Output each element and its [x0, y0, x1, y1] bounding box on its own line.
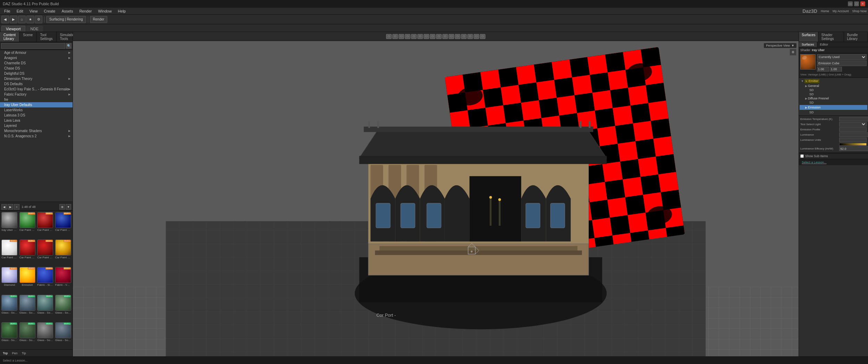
- menu-file[interactable]: File: [1, 8, 13, 14]
- toolbar-btn2[interactable]: Render: [90, 16, 108, 23]
- vp-icon-1[interactable]: □: [386, 34, 392, 39]
- search-input[interactable]: [1, 43, 65, 49]
- shader-ball-preview[interactable]: [800, 54, 816, 70]
- vp-icon-6[interactable]: □: [417, 34, 423, 39]
- iray-sd-row2[interactable]: SD: [805, 92, 866, 96]
- toolbar-back[interactable]: ◀: [1, 16, 9, 23]
- left-tab-scene[interactable]: Scene: [19, 32, 36, 42]
- thumb-glass-lightly-frosted-1[interactable]: IRAY+ Glass - Solid - Lightly Frosted -: [36, 322, 54, 349]
- right-tab-bundle-library[interactable]: Bundle Library: [844, 32, 868, 42]
- thumb-car-paint-red-small[interactable]: IRAY+ Car Paint - Red - Small Flakes: [36, 239, 54, 266]
- thumb-view-toggle[interactable]: ⊞: [59, 204, 65, 210]
- menu-window[interactable]: Window: [95, 8, 114, 14]
- tree-item-fabric[interactable]: Fabric Factory▶: [0, 92, 73, 97]
- tree-item-laserworks[interactable]: LaserWorks: [0, 107, 73, 113]
- thumb-fabric-velvet-red[interactable]: IRAY+ Fabric - Velvet - Red: [55, 266, 72, 293]
- tree-item-lava[interactable]: Lava Lava: [0, 118, 73, 123]
- tree-item-delightful[interactable]: Delightful DS: [0, 71, 73, 76]
- thumb-car-paint-pearl-white[interactable]: IRAY+ Car Paint - Pearl White: [1, 239, 18, 266]
- vp-icon-13[interactable]: □: [461, 34, 467, 39]
- vp-icon-15[interactable]: □: [474, 34, 479, 39]
- menu-render[interactable]: Render: [76, 8, 94, 14]
- my-account-link[interactable]: My Account: [833, 9, 849, 13]
- home-link[interactable]: Home: [821, 9, 829, 13]
- left-tab-tool-settings[interactable]: Tool Settings: [36, 32, 56, 42]
- viewport-settings-btn[interactable]: ⚙: [790, 49, 796, 56]
- thumb-btn-forward[interactable]: ▶: [8, 204, 13, 210]
- right-subtab-editor[interactable]: Editor: [817, 42, 831, 47]
- tree-item-anagoni[interactable]: Anagoni▶: [0, 55, 73, 60]
- thumb-glass-frosted-green[interactable]: IRAY+ Glass - Solid - Clear Frosted - Li…: [55, 294, 72, 321]
- iray-emitter-row[interactable]: ▼ v. Emitter: [800, 79, 867, 83]
- right-tab-surfaces[interactable]: Surfaces: [799, 32, 818, 42]
- toolbar-home[interactable]: ⌂: [18, 16, 26, 23]
- test-select-dropdown[interactable]: [839, 122, 867, 127]
- right-subtab-surfaces[interactable]: Surfaces: [799, 42, 817, 47]
- tab-viewport[interactable]: Viewport: [1, 26, 25, 32]
- left-tab-content-library[interactable]: Content Library: [0, 32, 19, 42]
- iray-sd-row4[interactable]: SD: [809, 110, 866, 114]
- thumb-diamond[interactable]: IRAY+ Diamond: [1, 266, 18, 293]
- tree-item-age-of-armour[interactable]: Age of Armour▶: [0, 50, 73, 55]
- tree-item-ecl3cto[interactable]: Ecl3ctO Iray Pale S... - Genesis 8 Femal…: [0, 87, 73, 92]
- thumb-glass-frosted-color[interactable]: IRAY+ Glass - Solid - Clear Frosted - Co…: [36, 294, 54, 321]
- tree-item-layered[interactable]: Layered: [0, 123, 73, 128]
- iray-sd-row3[interactable]: SD: [805, 100, 866, 105]
- emission-profile-field[interactable]: [839, 127, 867, 132]
- thumb-fabric-silk-blue[interactable]: IRAY+ Fabric - Silk - Blue: [36, 266, 54, 293]
- luminance-efficacy-input[interactable]: [839, 146, 868, 151]
- bottom-tab-pen[interactable]: Pen: [11, 351, 19, 355]
- tree-item-mono-shaders[interactable]: Monochromatic Shaders▶: [0, 128, 73, 134]
- tab-nde[interactable]: NDE: [26, 26, 43, 32]
- vp-icon-4[interactable]: □: [405, 34, 410, 39]
- vp-icon-2[interactable]: □: [392, 34, 398, 39]
- tree-item-charmelle[interactable]: Charmelle DS: [0, 60, 73, 66]
- vp-icon-8[interactable]: □: [430, 34, 435, 39]
- thumb-glass-lightly-frosted-2[interactable]: IRAY+ Glass - Solid - Lightly Frosted -: [55, 322, 72, 349]
- viewport-canvas[interactable]: ⊕ Cor Port - Perspective View ▼ ⚙: [73, 41, 799, 356]
- iray-sd-row1[interactable]: SD: [805, 88, 866, 92]
- thumb-glass-light-green-dive[interactable]: IRAY+ Glass - Solid - Light green - Dive: [1, 322, 18, 349]
- maximize-button[interactable]: □: [854, 1, 859, 6]
- thumb-btn-add[interactable]: +: [14, 204, 19, 210]
- shader-val-2[interactable]: [830, 67, 842, 72]
- toolbar-star[interactable]: ★: [26, 16, 34, 23]
- tree-item-nos[interactable]: N.O.S. Anagenos:s 2▶: [0, 134, 73, 139]
- close-button[interactable]: ✕: [860, 1, 865, 6]
- vp-icon-3[interactable]: □: [399, 34, 404, 39]
- iray-diffuse-fresnel[interactable]: ▶ Diffuse Fresnel: [805, 96, 866, 100]
- thumb-glass-solid[interactable]: IRAY+ Glass - Solid -: [19, 322, 36, 349]
- toolbar-settings[interactable]: ⚙: [35, 16, 42, 23]
- toolbar-mode-surfacing[interactable]: Surfacing | Rendering: [46, 16, 86, 23]
- emit-temp-input[interactable]: [839, 117, 868, 121]
- thumb-car-paint-red-large[interactable]: IRAY+ Car Paint - Red - Large Flakes: [19, 239, 36, 266]
- minimize-button[interactable]: —: [848, 1, 853, 6]
- menu-help[interactable]: Help: [115, 8, 129, 14]
- tree-item-chase[interactable]: Chase DS: [0, 66, 73, 71]
- thumb-settings[interactable]: ▼: [66, 204, 71, 210]
- vp-icon-10[interactable]: □: [442, 34, 448, 39]
- filter-select[interactable]: All Favorites Currently Used: [817, 54, 867, 60]
- thumb-glass-clear-rainbow[interactable]: IRAY+ Glass - Solid - Clear (rainbow): [1, 294, 18, 321]
- thumb-glass-clear[interactable]: IRAY+ Glass - Solid - Clear: [19, 294, 36, 321]
- select-lesson-btn[interactable]: Select a Lesson...: [802, 161, 827, 164]
- right-tab-shader-settings[interactable]: Shader Settings: [818, 32, 844, 42]
- toolbar-forward[interactable]: ▶: [10, 16, 17, 23]
- vp-icon-14[interactable]: □: [467, 34, 473, 39]
- bottom-tab-tip[interactable]: Tip: [20, 351, 27, 355]
- vp-icon-7[interactable]: □: [424, 34, 429, 39]
- bottom-tab-top[interactable]: Top: [1, 351, 9, 355]
- tree-item-dimension-theory[interactable]: Dimension Theory▶: [0, 76, 73, 81]
- thumb-iray-uber-base[interactable]: Iray Uber Base: [1, 211, 18, 238]
- perspective-view-btn[interactable]: Perspective View ▼: [764, 43, 796, 48]
- thumb-car-paint-chameleon[interactable]: IRAY+ Car Paint - Chameleon: [19, 211, 36, 238]
- shader-val-1[interactable]: [817, 67, 829, 72]
- menu-view[interactable]: View: [27, 8, 41, 14]
- show-sub-checkbox[interactable]: [800, 154, 804, 158]
- thumb-car-paint-midnight-blue[interactable]: IRAY+ Car Paint - Midnight Blue: [55, 211, 72, 238]
- vp-icon-12[interactable]: □: [455, 34, 460, 39]
- menu-create[interactable]: Create: [41, 8, 58, 14]
- menu-assets[interactable]: Assets: [59, 8, 76, 14]
- thumb-car-paint-cranberry[interactable]: IRAY+ Car Paint - Cranberry: [36, 211, 54, 238]
- iray-general-item[interactable]: ▶ General: [805, 84, 866, 88]
